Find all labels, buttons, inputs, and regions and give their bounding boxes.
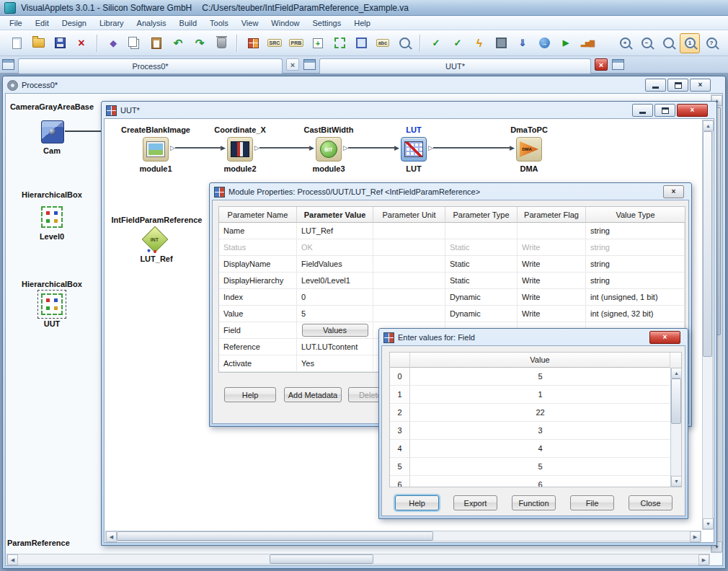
function-button[interactable]: Function (512, 495, 556, 510)
export-button[interactable]: Export (453, 495, 497, 510)
value-cell[interactable]: 6 (410, 476, 670, 487)
column-header[interactable]: Parameter Unit (373, 207, 445, 223)
undo-button[interactable]: ↶ (168, 33, 188, 53)
menu-analysis[interactable]: Analysis (130, 17, 173, 29)
scrollbar-thumb[interactable] (270, 554, 373, 564)
scrollbar-thumb[interactable] (703, 131, 712, 357)
menu-library[interactable]: Library (93, 17, 130, 29)
menu-window[interactable]: Window (265, 17, 306, 29)
scrollbar-thumb[interactable] (117, 531, 433, 541)
simulation-probe-button[interactable]: PRB (286, 33, 306, 53)
column-header[interactable]: Parameter Flag (518, 207, 586, 223)
flash-download-button[interactable]: ⇓ (512, 33, 533, 53)
comment-button[interactable]: abc (373, 33, 393, 53)
param-value[interactable]: LUT.LUTcontent (297, 339, 373, 355)
param-value[interactable]: Level0/Level1 (297, 273, 373, 289)
statistics-button[interactable]: ▂▅▇ (577, 33, 598, 53)
add-module-button[interactable]: + (308, 33, 328, 53)
window-pane-icon[interactable] (2, 59, 14, 70)
close-button[interactable]: × (677, 104, 708, 117)
tab-process0[interactable]: Process0* (18, 58, 283, 74)
link-module1-module2[interactable] (170, 143, 226, 152)
applet-properties-button[interactable]: → (534, 33, 554, 53)
close-button[interactable]: × (649, 331, 680, 344)
help-button[interactable]: Help (224, 387, 276, 402)
find-button[interactable] (394, 33, 414, 53)
restore-button[interactable] (667, 79, 688, 92)
minimize-button[interactable] (632, 104, 653, 117)
open-file-button[interactable] (28, 33, 48, 53)
menu-settings[interactable]: Settings (306, 17, 347, 29)
scroll-up-icon[interactable]: ▲ (703, 120, 714, 131)
link-lut-dma[interactable] (428, 143, 515, 152)
value-cell[interactable]: 22 (410, 404, 670, 422)
param-value[interactable]: FieldValues (297, 256, 373, 273)
window-pane-icon[interactable] (303, 59, 316, 70)
param-value[interactable]: LUT_Ref (297, 223, 373, 239)
scroll-down-icon[interactable]: ▼ (671, 476, 682, 487)
menu-view[interactable]: View (235, 17, 265, 29)
module-castbitwidth[interactable]: BIT (316, 137, 342, 161)
new-file-button[interactable] (6, 33, 27, 53)
move-module-button[interactable]: ◆ (103, 33, 123, 53)
add-metadata-button[interactable]: Add Metadata (284, 387, 342, 402)
add-port-button[interactable] (351, 33, 371, 53)
param-value[interactable]: Yes (297, 355, 373, 372)
build-button[interactable]: ϟ (469, 33, 489, 53)
scroll-left-icon[interactable]: ◀ (106, 531, 117, 542)
tab-uut[interactable]: UUT* (319, 58, 591, 74)
tab-close-icon[interactable]: × (595, 58, 608, 71)
paste-button[interactable] (146, 33, 167, 53)
value-cell[interactable]: 5 (410, 368, 670, 386)
zoom-fit-button[interactable] (658, 33, 678, 53)
hierarchical-box-icon[interactable] (41, 206, 63, 228)
column-header[interactable]: Parameter Value (297, 207, 373, 223)
new-process-button[interactable] (243, 33, 263, 53)
menu-tools[interactable]: Tools (203, 17, 235, 29)
module-lut[interactable] (401, 137, 427, 161)
value-column-header[interactable]: Value (410, 353, 670, 368)
simulation-source-button[interactable]: SRC (265, 33, 285, 53)
link-module2-module3[interactable] (254, 143, 314, 152)
help-button[interactable]: Help (395, 495, 439, 510)
menu-help[interactable]: Help (347, 17, 377, 29)
close-dialog-button[interactable]: Close (629, 495, 672, 510)
zoom-100-button[interactable]: 1 (680, 33, 700, 53)
module-intfieldparamreference[interactable]: INT (141, 225, 169, 254)
value-cell[interactable]: 3 (410, 422, 670, 440)
add-hierarchical-box-button[interactable] (329, 33, 350, 53)
zoom-out-button[interactable]: − (636, 33, 657, 53)
window-pane-icon[interactable] (612, 59, 624, 70)
value-cell[interactable]: 4 (410, 440, 670, 458)
redo-button[interactable]: ↷ (190, 33, 210, 53)
zoom-custom-button[interactable]: ? (701, 33, 722, 53)
camera-module-icon[interactable] (41, 120, 64, 143)
module-dmatopc[interactable]: DMA (516, 137, 542, 161)
minimize-button[interactable] (645, 79, 666, 92)
scrollbar-thumb[interactable] (671, 379, 681, 424)
restore-button[interactable] (654, 104, 675, 117)
hierarchical-box-icon-selected[interactable] (41, 293, 63, 315)
delete-button[interactable]: × (71, 33, 92, 53)
column-header[interactable]: Parameter Name (219, 207, 297, 223)
value-cell[interactable]: 5 (410, 458, 670, 476)
module-coordinate-x[interactable] (227, 137, 253, 161)
menu-design[interactable]: Design (56, 17, 93, 29)
column-header[interactable]: Value Type (586, 207, 685, 223)
close-button[interactable]: × (663, 185, 684, 198)
file-button[interactable]: File (570, 495, 614, 510)
close-button[interactable]: × (690, 79, 711, 92)
link-module3-lut[interactable] (343, 143, 399, 152)
scroll-left-icon[interactable]: ◀ (7, 554, 18, 565)
param-value[interactable]: 5 (297, 306, 373, 322)
zoom-in-button[interactable]: + (615, 33, 635, 53)
param-value[interactable]: 0 (297, 289, 373, 306)
column-header[interactable]: Parameter Type (445, 207, 518, 223)
design-rules-check-button[interactable]: ✓ (426, 33, 446, 53)
scroll-up-icon[interactable]: ▲ (671, 368, 682, 379)
copy-button[interactable] (125, 33, 145, 53)
scroll-right-icon[interactable]: ▶ (690, 531, 701, 542)
values-button[interactable]: Values (302, 324, 368, 337)
start-analysis-button[interactable]: ▶ (556, 33, 576, 53)
scroll-right-icon[interactable]: ▶ (698, 554, 709, 565)
